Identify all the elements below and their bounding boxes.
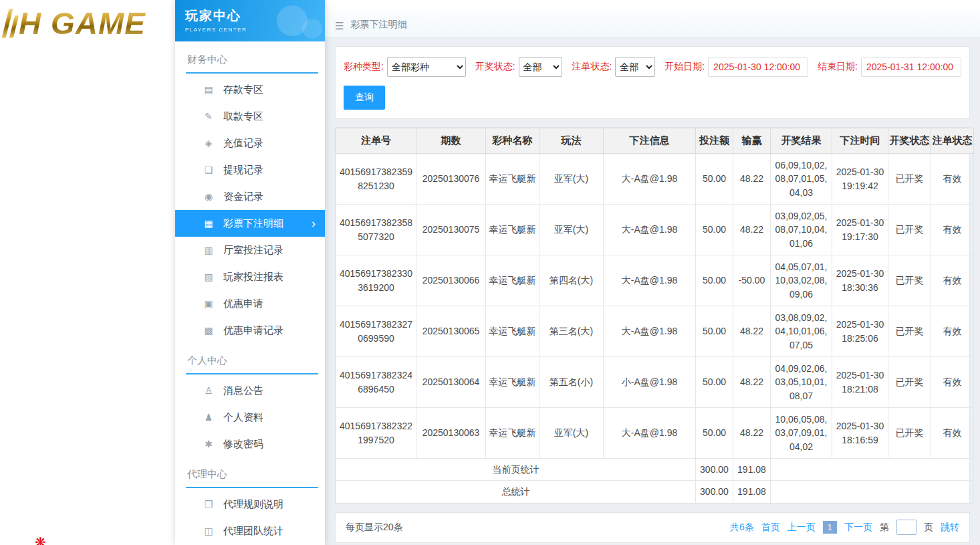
sidebar-subtitle: PLAYERS CENTER: [185, 27, 325, 33]
cell-draw-result: 04,05,07,01,10,03,02,08,09,06: [771, 255, 832, 306]
cell-order-status: 有效: [931, 205, 974, 255]
cell-play-type: 第四名(大): [539, 255, 604, 306]
cell-bet-info: 小-A盘@1.98: [604, 357, 696, 408]
sidebar-item[interactable]: ▣优惠申请: [175, 290, 325, 317]
start-date-input[interactable]: [708, 58, 808, 77]
hamburger-menu-icon[interactable]: ☰: [335, 21, 344, 31]
summary-empty: [771, 459, 974, 481]
bet-table: 注单号期数彩种名称玩法下注信息投注额输赢开奖结果下注时间开奖状态注单状态 401…: [336, 128, 974, 504]
table-row: 40156917382324689645020250130064幸运飞艇新第五名…: [336, 357, 974, 408]
sidebar-item[interactable]: ✎取款专区: [175, 103, 325, 130]
sidebar-item-label: 彩票下注明细: [223, 217, 283, 230]
sidebar-item[interactable]: ▥厅室投注记录: [175, 237, 325, 263]
sidebar-item-label: 优惠申请记录: [223, 324, 283, 337]
sidebar-header: 玩家中心 PLAYERS CENTER: [175, 0, 325, 41]
summary-bet-amount: 300.00: [696, 459, 733, 481]
table-row: 40156917382322199752020250130063幸运飞艇新亚军(…: [336, 408, 974, 459]
cell-bet-amount: 50.00: [696, 154, 733, 205]
cell-draw-status: 已开奖: [888, 357, 931, 408]
cell-order-status: 有效: [931, 154, 974, 205]
hall-bet-record-icon: ▥: [202, 245, 215, 255]
cell-order-status: 有效: [931, 408, 974, 459]
table-row: 40156917382330361920020250130066幸运飞艇新第四名…: [336, 255, 974, 306]
sidebar-item[interactable]: ▩优惠申请记录: [175, 317, 325, 344]
sidebar-item[interactable]: ✱修改密码: [175, 431, 325, 457]
page: H GAME ❋ 玩家中心 PLAYERS CENTER 财务中心▤存款专区✎取…: [0, 0, 980, 545]
cell-order-id: 401569173823270699590: [336, 306, 416, 357]
cell-order-status: 有效: [931, 255, 974, 306]
next-page-link[interactable]: 下一页: [844, 522, 872, 534]
main-area: ☰ 彩票下注明细 彩种类型: 全部彩种 开奖状态: 全部 注单状态: 全部: [325, 0, 980, 545]
cell-bet-amount: 50.00: [696, 205, 733, 255]
pagination-bar: 每页显示20条 共6条 首页 上一页 1 下一页 第 页 跳转: [335, 512, 970, 543]
col-header-play-type: 玩法: [539, 128, 604, 154]
sidebar-item[interactable]: ▧玩家投注报表: [175, 263, 325, 290]
sidebar-item[interactable]: ◉资金记录: [175, 183, 325, 210]
sidebar-item[interactable]: ◫代理团队统计: [175, 518, 325, 544]
summary-row: 当前页统计300.00191.08: [336, 459, 974, 481]
cell-order-id: 401569173823246896450: [336, 357, 416, 408]
col-header-bet-info: 下注信息: [604, 128, 696, 154]
password-icon: ✱: [202, 439, 215, 449]
left-logo-area: H GAME ❋: [0, 0, 175, 545]
cell-bet-time: 2025-01-30 19:19:42: [832, 154, 888, 205]
profile-icon: ♟: [202, 412, 215, 423]
order-status-select[interactable]: 全部: [615, 57, 655, 77]
cell-bet-info: 大-A盘@1.98: [604, 306, 696, 357]
current-page[interactable]: 1: [823, 521, 837, 534]
cell-lottery-name: 幸运飞艇新: [486, 255, 539, 306]
cell-play-type: 亚军(大): [539, 205, 604, 255]
chevron-right-icon: ›: [312, 217, 316, 229]
page-jump-input[interactable]: [896, 520, 916, 535]
cell-lottery-name: 幸运飞艇新: [486, 154, 539, 205]
sidebar-item-label: 存款专区: [223, 84, 263, 96]
sidebar-item[interactable]: ❏提现记录: [175, 156, 325, 183]
sidebar-item[interactable]: ❒代理规则说明: [175, 491, 325, 518]
query-button[interactable]: 查询: [344, 86, 385, 110]
cell-draw-status: 已开奖: [888, 255, 931, 306]
col-header-draw-result: 开奖结果: [771, 128, 832, 154]
summary-label: 当前页统计: [336, 459, 696, 481]
sidebar-item[interactable]: ▤存款专区: [175, 76, 325, 103]
jump-link[interactable]: 跳转: [941, 522, 959, 534]
message-icon: ♙: [202, 385, 215, 396]
funds-record-icon: ◉: [202, 191, 215, 202]
end-date-input[interactable]: [861, 58, 961, 77]
col-header-issue-number: 期数: [416, 128, 486, 154]
agent-team-icon: ◫: [202, 526, 215, 536]
sidebar-item[interactable]: ♟个人资料: [175, 404, 325, 431]
order-status-label: 注单状态:: [572, 61, 612, 73]
page-prefix-label: 第: [880, 522, 889, 534]
cell-bet-time: 2025-01-30 18:21:08: [832, 357, 888, 408]
sidebar-item-label: 取款专区: [223, 110, 263, 123]
promo-apply-icon: ▣: [202, 298, 215, 309]
lottery-bet-detail-icon: ▦: [202, 218, 215, 229]
player-bet-report-icon: ▧: [202, 271, 215, 282]
sidebar-item[interactable]: ▦彩票下注明细›: [175, 210, 325, 237]
sidebar-item[interactable]: ♙消息公告: [175, 377, 325, 404]
first-page-link[interactable]: 首页: [761, 522, 780, 534]
cell-draw-status: 已开奖: [888, 408, 931, 459]
cell-bet-amount: 50.00: [696, 255, 733, 306]
cell-bet-amount: 50.00: [696, 306, 733, 357]
sidebar-item-label: 厅室投注记录: [223, 244, 283, 257]
cell-bet-info: 大-A盘@1.98: [604, 255, 696, 306]
col-header-draw-status: 开奖状态: [888, 128, 931, 154]
agent-rules-icon: ❒: [202, 499, 215, 510]
cell-issue-number: 20250130075: [416, 205, 486, 255]
cell-order-status: 有效: [931, 306, 974, 357]
cell-draw-status: 已开奖: [888, 154, 931, 205]
per-page-label: 每页显示20条: [346, 522, 403, 534]
cell-win-loss: 48.22: [733, 205, 771, 255]
draw-status-select[interactable]: 全部: [519, 57, 563, 77]
brand-logo: H GAME: [5, 5, 146, 41]
sidebar-item-label: 修改密码: [223, 438, 263, 451]
cell-play-type: 亚军(大): [539, 408, 604, 459]
red-badge-icon: ❋: [35, 534, 46, 545]
table-row: 40156917382359825123020250130076幸运飞艇新亚军(…: [336, 154, 974, 205]
cell-bet-info: 大-A盘@1.98: [604, 408, 696, 459]
cell-play-type: 亚军(大): [539, 154, 604, 205]
sidebar-item[interactable]: ◈充值记录: [175, 130, 325, 156]
lottery-type-select[interactable]: 全部彩种: [387, 57, 466, 77]
prev-page-link[interactable]: 上一页: [787, 522, 816, 534]
